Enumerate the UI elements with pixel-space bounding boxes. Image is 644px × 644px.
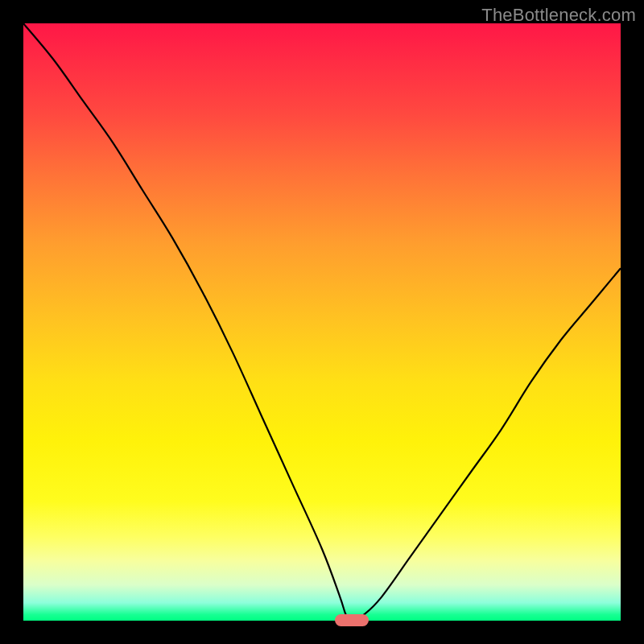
chart-frame: TheBottleneck.com — [0, 0, 644, 644]
watermark-text: TheBottleneck.com — [481, 5, 636, 26]
optimal-marker — [335, 614, 369, 626]
plot-area — [23, 23, 621, 621]
